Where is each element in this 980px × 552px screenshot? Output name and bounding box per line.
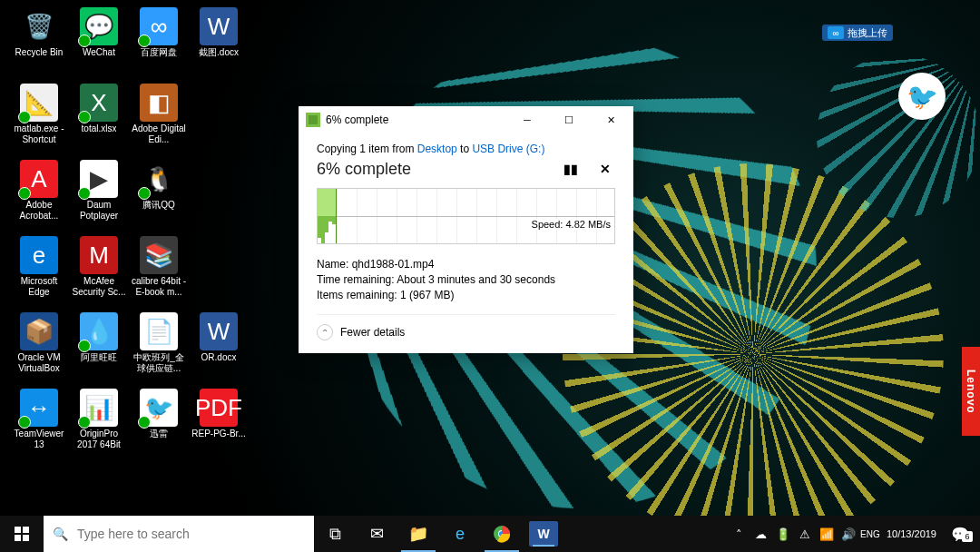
icon-label: Recycle Bin [15,47,64,58]
desktop-icon[interactable]: ▶Daum Potplayer [69,156,129,231]
system-tray: ˄ ☁ 🔋 ⚠ 📶 🔊 ENG 10/13/2019 💬6 [729,516,980,552]
icon-label: calibre 64bit - E-book m... [130,276,188,298]
app-icon: ▶ [80,160,118,198]
desktop-icon[interactable]: 🗑️Recycle Bin [9,4,69,78]
sync-badge-icon [18,187,31,200]
close-button[interactable]: ✕ [590,106,632,133]
icon-label: Oracle VM VirtualBox [10,352,68,374]
fewer-details-toggle[interactable]: ⌃ Fewer details [317,314,615,340]
copy-description: Copying 1 item from Desktop to USB Drive… [317,143,615,155]
xunlei-widget[interactable]: 🐦 [898,73,946,120]
action-center-button[interactable]: 💬6 [942,526,978,543]
source-link[interactable]: Desktop [417,143,457,155]
file-explorer-button[interactable]: 📁 [397,516,439,552]
desktop[interactable]: 🗑️Recycle Bin💬WeChat∞百度网盘W截图.docx📐matlab… [0,0,258,539]
feather-decor [817,54,980,218]
desktop-icon[interactable]: 💬WeChat [69,4,129,78]
desktop-icon[interactable]: 🐧腾讯QQ [129,156,189,231]
sync-badge-icon [138,416,151,429]
wifi-icon[interactable]: 📶 [816,516,838,552]
desktop-icon[interactable]: MMcAfee Security Sc... [69,232,129,307]
app-icon: 🐦 [140,389,178,427]
icon-label: Daum Potplayer [70,200,128,222]
app-icon: 🐧 [140,160,178,198]
word-button[interactable]: W [529,521,558,547]
sync-badge-icon [18,111,31,123]
items-remaining-row: Items remaining: 1 (967 MB) [317,288,615,303]
app-icon: M [80,236,118,274]
dialog-titlebar[interactable]: 6% complete ─ ☐ ✕ [299,106,633,133]
copy-dialog: 6% complete ─ ☐ ✕ Copying 1 item from De… [299,106,633,353]
task-view-button[interactable]: ⧉ [314,516,356,552]
network-icon[interactable]: ⚠ [794,516,816,552]
desktop-icon[interactable]: ◧Adobe Digital Edi... [129,80,189,154]
desktop-icon[interactable]: ∞百度网盘 [129,4,189,78]
desktop-icon[interactable]: PDFREP-PG-Br... [189,385,249,459]
pause-button[interactable]: ▮▮ [561,159,581,179]
app-icon: 💬 [80,7,118,45]
app-icon: W [200,7,238,45]
chevron-up-icon: ⌃ [317,324,333,340]
icon-label: Adobe Digital Edi... [130,123,188,145]
desktop-icon[interactable]: 📄中欧班列_全球供应链... [129,309,189,383]
desktop-icon[interactable]: 📚calibre 64bit - E-book m... [129,232,189,307]
taskbar: 🔍 ⧉ ✉ 📁 e W ˄ ☁ 🔋 ⚠ 📶 🔊 ENG 10/13/2019 💬… [0,516,980,552]
desktop-icon[interactable]: eMicrosoft Edge [9,232,69,307]
icon-label: Adobe Acrobat... [10,200,68,222]
desktop-icon[interactable]: 💧阿里旺旺 [69,309,129,383]
copy-icon [306,113,320,127]
battery-icon[interactable]: 🔋 [772,516,794,552]
desktop-icon[interactable]: Xtotal.xlsx [69,80,129,154]
app-icon: A [20,160,58,198]
app-icon: ◧ [140,84,178,122]
onedrive-icon[interactable]: ☁ [750,516,772,552]
app-icon: 📚 [140,236,178,274]
icon-label: REP-PG-Br... [191,429,245,439]
svg-rect-3 [23,535,29,541]
sync-badge-icon [78,187,91,200]
clock[interactable]: 10/13/2019 [881,528,942,539]
lenovo-badge: Lenovo [962,347,980,436]
sync-badge-icon [78,111,91,123]
edge-button[interactable]: e [439,516,481,552]
svg-rect-2 [15,535,21,541]
icon-label: OriginPro 2017 64Bit [70,429,128,450]
icon-label: OR.docx [201,352,237,363]
speed-graph: Speed: 4.82 MB/s [317,188,615,244]
tray-overflow-button[interactable]: ˄ [729,516,750,552]
app-icon: ∞ [140,7,178,45]
file-name-row: Name: qhd1988-01.mp4 [317,257,615,272]
to-word: to [457,143,473,155]
search-input[interactable] [77,527,305,541]
search-icon: 🔍 [53,527,68,541]
sync-badge-icon [138,187,151,200]
chrome-button[interactable] [481,516,523,552]
desktop-icon[interactable]: WOR.docx [189,309,249,383]
desktop-icon[interactable]: AAdobe Acrobat... [9,156,69,231]
search-box[interactable]: 🔍 [44,516,314,552]
start-button[interactable] [0,516,44,552]
ime-icon[interactable]: ENG [859,516,881,552]
dest-link[interactable]: USB Drive (G:) [472,143,544,155]
icon-label: 中欧班列_全球供应链... [130,352,188,374]
desktop-icon[interactable]: ↔TeamViewer 13 [9,385,69,459]
desktop-icon[interactable]: 📦Oracle VM VirtualBox [9,309,69,383]
icon-label: WeChat [83,47,115,58]
app-icon: 📐 [20,84,58,122]
minimize-button[interactable]: ─ [506,106,548,133]
desktop-icon[interactable]: 📐matlab.exe - Shortcut [9,80,69,154]
desktop-icon[interactable]: 🐦迅雷 [129,385,189,459]
maximize-button[interactable]: ☐ [548,106,590,133]
cancel-button[interactable]: ✕ [595,159,615,179]
desktop-icon[interactable]: 📊OriginPro 2017 64Bit [69,385,129,459]
desktop-icon[interactable]: W截图.docx [189,4,249,78]
svg-rect-0 [15,527,21,533]
app-icon: X [80,84,118,122]
volume-icon[interactable]: 🔊 [838,516,859,552]
icon-label: TeamViewer 13 [10,429,68,450]
mail-app-button[interactable]: ✉ [356,516,397,552]
baidu-upload-widget[interactable]: ∞ 拖拽上传 [822,25,893,41]
fewer-details-label: Fewer details [340,326,405,339]
speed-label: Speed: 4.82 MB/s [532,219,611,230]
app-icon: 📊 [80,389,118,427]
